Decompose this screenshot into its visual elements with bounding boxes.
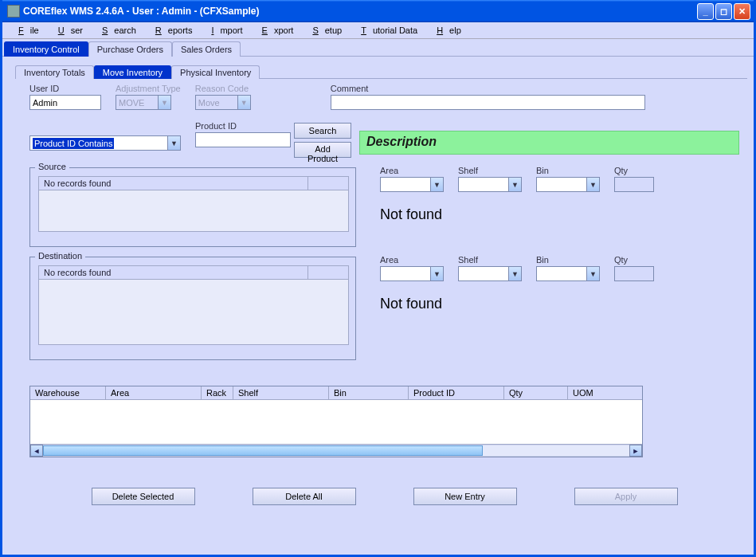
chevron-down-icon: ▼ — [430, 178, 443, 191]
product-id-label: Product ID — [195, 121, 291, 131]
menu-setup[interactable]: Setup — [300, 24, 348, 37]
reason-code-select: Move ▼ — [195, 95, 251, 110]
source-area-label: Area — [380, 166, 444, 175]
source-not-found: Not found — [380, 206, 654, 223]
product-id-field[interactable] — [195, 132, 291, 147]
source-shelf-select[interactable]: ▼ — [458, 177, 522, 192]
dest-bin-select[interactable]: ▼ — [536, 266, 600, 281]
tab-sales-orders[interactable]: Sales Orders — [172, 41, 241, 57]
add-product-button[interactable]: Add Product — [294, 142, 351, 158]
source-grid-header: No records found — [39, 177, 308, 190]
col-rack[interactable]: Rack — [202, 386, 233, 400]
chevron-down-icon: ▼ — [237, 96, 250, 109]
menu-import[interactable]: Import — [198, 24, 249, 37]
col-shelf[interactable]: Shelf — [233, 386, 329, 400]
search-button[interactable]: Search — [294, 123, 351, 139]
new-entry-button[interactable]: New Entry — [413, 488, 517, 505]
adjustment-type-label: Adjustment Type — [116, 84, 181, 93]
menubar: File User Search Reports Import Export S… — [2, 22, 754, 39]
source-fieldset: Source No records found — [29, 167, 356, 247]
dest-area-label: Area — [380, 255, 444, 265]
dest-shelf-label: Shelf — [458, 255, 522, 265]
source-bin-select[interactable]: ▼ — [536, 177, 600, 192]
menu-reports[interactable]: Reports — [143, 24, 199, 37]
maximize-button[interactable]: ◻ — [715, 3, 732, 20]
tab-move-inventory[interactable]: Move Inventory — [94, 65, 171, 79]
source-shelf-label: Shelf — [458, 166, 522, 175]
delete-selected-button[interactable]: Delete Selected — [92, 488, 195, 505]
comment-label: Comment — [331, 84, 645, 93]
chevron-down-icon: ▼ — [586, 178, 599, 191]
chevron-down-icon: ▼ — [508, 178, 521, 191]
source-grid[interactable]: No records found — [38, 176, 349, 232]
destination-grid-header-2 — [308, 266, 348, 280]
dest-area-select[interactable]: ▼ — [380, 266, 444, 281]
destination-legend: Destination — [35, 251, 85, 261]
menu-tutorial-data[interactable]: Tutorial Data — [348, 24, 424, 37]
reason-code-label: Reason Code — [195, 84, 251, 93]
source-bin-label: Bin — [536, 166, 600, 175]
titlebar: COREflex WMS 2.4.6A - User : Admin - (CF… — [2, 0, 754, 22]
apply-button: Apply — [574, 488, 678, 505]
source-grid-header-2 — [308, 177, 348, 190]
dest-qty-label: Qty — [614, 255, 654, 265]
source-qty-field — [614, 177, 654, 192]
results-grid[interactable]: Warehouse Area Rack Shelf Bin Product ID… — [29, 386, 643, 457]
tab-inventory-totals[interactable]: Inventory Totals — [15, 65, 94, 79]
search-mode-select[interactable]: Product ID Contains ▼ — [29, 135, 181, 151]
source-qty-label: Qty — [614, 166, 654, 175]
col-product-id[interactable]: Product ID — [409, 386, 504, 400]
col-bin[interactable]: Bin — [329, 386, 409, 400]
destination-grid[interactable]: No records found — [38, 265, 349, 345]
chevron-down-icon: ▼ — [430, 267, 443, 280]
source-legend: Source — [35, 162, 69, 171]
dest-shelf-select[interactable]: ▼ — [458, 266, 522, 281]
user-id-label: User ID — [29, 84, 101, 93]
col-qty[interactable]: Qty — [504, 386, 568, 400]
chevron-down-icon: ▼ — [158, 96, 170, 109]
main-tabs: Inventory Control Purchase Orders Sales … — [2, 41, 754, 57]
destination-grid-header: No records found — [39, 266, 308, 280]
tab-physical-inventory[interactable]: Physical Inventory — [171, 65, 260, 79]
sub-tabs: Inventory Totals Move Inventory Physical… — [15, 65, 747, 79]
minimize-button[interactable]: _ — [697, 3, 714, 20]
dest-qty-field — [614, 266, 654, 281]
source-area-select[interactable]: ▼ — [380, 177, 444, 192]
menu-export[interactable]: Export — [249, 24, 300, 37]
window-title: COREflex WMS 2.4.6A - User : Admin - (CF… — [23, 6, 697, 17]
app-icon — [7, 5, 20, 18]
adjustment-type-value: MOVE — [119, 98, 144, 108]
horizontal-scrollbar[interactable]: ◄ ► — [30, 444, 642, 457]
tab-purchase-orders[interactable]: Purchase Orders — [88, 41, 172, 57]
menu-user[interactable]: User — [45, 24, 89, 37]
chevron-down-icon: ▼ — [586, 267, 599, 280]
search-mode-value: Product ID Contains — [33, 138, 114, 149]
comment-field[interactable] — [331, 95, 645, 110]
reason-code-value: Move — [198, 98, 220, 108]
col-warehouse[interactable]: Warehouse — [30, 386, 106, 400]
dest-not-found: Not found — [380, 296, 654, 312]
col-area[interactable]: Area — [106, 386, 202, 400]
close-button[interactable]: ✕ — [734, 3, 750, 20]
scroll-left-arrow-icon[interactable]: ◄ — [30, 445, 43, 457]
menu-help[interactable]: Help — [424, 24, 468, 37]
col-uom[interactable]: UOM — [568, 386, 642, 400]
menu-search[interactable]: Search — [89, 24, 143, 37]
delete-all-button[interactable]: Delete All — [253, 488, 356, 505]
scroll-thumb[interactable] — [43, 445, 483, 456]
destination-fieldset: Destination No records found — [29, 257, 356, 360]
tab-inventory-control[interactable]: Inventory Control — [4, 41, 88, 57]
user-id-field[interactable] — [29, 95, 101, 110]
menu-file[interactable]: File — [6, 24, 45, 37]
dest-bin-label: Bin — [536, 255, 600, 265]
description-box: Description — [359, 131, 739, 155]
chevron-down-icon: ▼ — [167, 136, 180, 150]
scroll-right-arrow-icon[interactable]: ► — [629, 445, 642, 457]
chevron-down-icon: ▼ — [508, 267, 521, 280]
adjustment-type-select: MOVE ▼ — [116, 95, 171, 110]
